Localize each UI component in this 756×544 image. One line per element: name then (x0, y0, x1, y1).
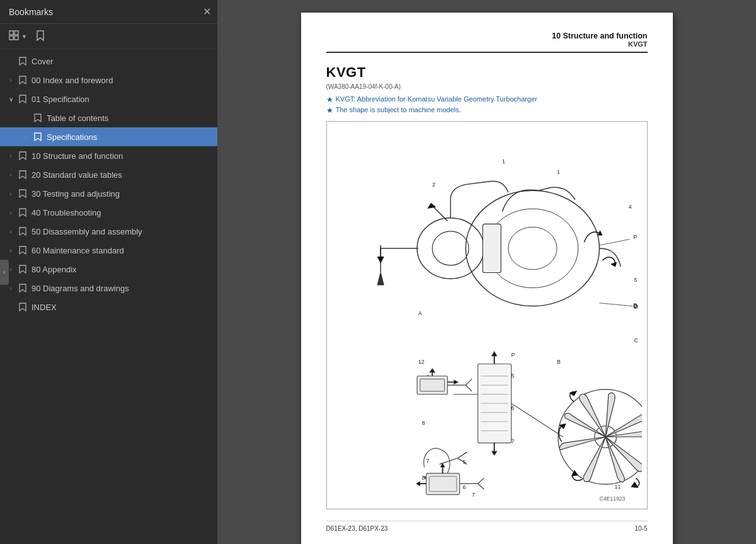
grid-view-button[interactable]: ▼ (6, 28, 30, 44)
svg-line-69 (439, 458, 457, 465)
bookmark-item-01-spec[interactable]: ∨ 01 Specification (0, 90, 217, 108)
bookmark-label: 80 Appendix (32, 265, 212, 274)
expand-icon: › (5, 153, 16, 159)
bookmark-icon (33, 132, 43, 141)
svg-line-66 (511, 403, 563, 437)
svg-marker-31 (377, 257, 384, 263)
sidebar-toolbar: ▼ (0, 24, 217, 49)
svg-text:P: P (633, 234, 637, 240)
expand-icon: › (20, 134, 32, 141)
bookmark-item-index[interactable]: INDEX (0, 298, 217, 316)
bookmark-label: 90 Diagrams and drawings (32, 284, 212, 293)
svg-line-12 (599, 239, 629, 245)
diagram-svg: 1 1 4 P 5 D C 2 A B 9 8 7 12 6 (332, 127, 642, 504)
bookmark-item-10-struct[interactable]: › 10 Structure and function (0, 146, 217, 165)
bookmark-label: 50 Disassembly and assembly (32, 227, 212, 236)
bookmark-label: Cover (32, 57, 212, 66)
svg-rect-2 (9, 36, 13, 40)
svg-marker-51 (491, 352, 496, 356)
page-header-title: 10 Structure and function (326, 32, 648, 40)
bullet-item-1: ★ KVGT: Abbreviation for Komatsu Variabl… (326, 95, 648, 104)
bookmark-list: Cover› 00 Index and foreword∨ 01 Specifi… (0, 49, 217, 544)
page-area: 10 Structure and function KVGT KVGT (WA3… (217, 0, 756, 544)
expand-icon: › (5, 77, 16, 84)
bookmark-icon (18, 284, 28, 292)
bookmark-label: 00 Index and foreword (32, 76, 212, 85)
svg-line-75 (478, 478, 484, 484)
bookmark-icon (18, 246, 28, 255)
expand-icon: › (5, 285, 16, 292)
svg-line-76 (478, 483, 484, 489)
bookmark-label: Table of contents (47, 113, 212, 123)
bookmark-item-80-appendix[interactable]: › 80 Appendix (0, 260, 217, 279)
page-header: 10 Structure and function KVGT (326, 32, 648, 53)
bullet-item-2: ★ The shape is subject to machine models… (326, 106, 648, 115)
bookmark-item-toc[interactable]: Table of contents (0, 108, 217, 127)
bookmark-label: 60 Maintenance standard (32, 246, 212, 255)
bookmark-item-90-diagrams[interactable]: › 90 Diagrams and drawings (0, 279, 217, 298)
bookmark-icon (18, 208, 28, 217)
diagram-box: 1 1 4 P 5 D C 2 A B 9 8 7 12 6 (326, 121, 648, 509)
page-header-sub: KVGT (326, 40, 648, 48)
svg-marker-30 (598, 231, 602, 235)
svg-rect-0 (9, 31, 13, 35)
svg-point-8 (432, 231, 469, 265)
svg-line-71 (457, 452, 466, 458)
bookmark-item-50-disassembly[interactable]: › 50 Disassembly and assembly (0, 222, 217, 241)
kvgt-model: (WA380-AA19-04f-K-00-A) (326, 83, 648, 90)
svg-marker-61 (570, 391, 576, 396)
svg-text:8: 8 (421, 420, 425, 426)
close-icon[interactable]: ✕ (203, 7, 211, 17)
bookmark-tool-button[interactable] (33, 28, 47, 45)
bookmark-icon (18, 189, 28, 198)
bookmark-item-60-maintenance[interactable]: › 60 Maintenance standard (0, 241, 217, 260)
svg-line-36 (466, 379, 472, 385)
svg-text:7: 7 (471, 492, 474, 498)
main-content: 10 Structure and function KVGT KVGT (WA3… (217, 0, 756, 544)
bookmark-icon (18, 95, 28, 103)
svg-marker-80 (416, 481, 420, 486)
bookmark-item-00-index[interactable]: › 00 Index and foreword (0, 71, 217, 90)
star-icon-2: ★ (326, 106, 333, 115)
svg-text:5: 5 (511, 373, 514, 379)
grid-icon (9, 30, 20, 42)
expand-icon: › (5, 190, 16, 197)
diagram-code: C4E11923 (599, 495, 625, 502)
footer-page: 10-5 (634, 525, 647, 532)
page-footer: D61EX-23, D61PX-23 10-5 (326, 521, 648, 532)
sidebar: Bookmarks ✕ ▼ Cover› (0, 0, 217, 544)
bookmark-icon (18, 227, 28, 236)
svg-marker-67 (610, 262, 616, 267)
expand-icon: › (5, 247, 16, 254)
svg-text:8: 8 (421, 475, 425, 481)
svg-rect-9 (483, 224, 501, 272)
kvgt-title: KVGT (326, 64, 648, 81)
doc-page: 10 Structure and function KVGT KVGT (WA3… (301, 13, 673, 544)
bookmark-icon (18, 303, 28, 311)
bookmark-label: Specifications (47, 132, 212, 142)
bookmark-icon (18, 57, 28, 66)
svg-text:2: 2 (432, 182, 435, 188)
bookmark-item-specs[interactable]: › Specifications (0, 127, 217, 146)
svg-text:1: 1 (556, 169, 559, 175)
svg-text:5: 5 (462, 459, 466, 465)
svg-rect-1 (14, 31, 18, 35)
svg-text:D: D (633, 303, 637, 309)
bookmark-icon (18, 265, 28, 274)
collapse-handle[interactable]: ‹ (0, 260, 9, 285)
svg-text:B: B (556, 359, 560, 365)
svg-marker-53 (491, 451, 496, 455)
sidebar-title: Bookmarks (9, 7, 53, 17)
bookmark-label: 30 Testing and adjusting (32, 189, 212, 199)
bookmark-item-20-std[interactable]: › 20 Standard value tables (0, 165, 217, 184)
bookmark-icon (18, 170, 28, 179)
bookmark-item-30-test[interactable]: › 30 Testing and adjusting (0, 184, 217, 203)
svg-text:7: 7 (511, 438, 514, 444)
footer-model: D61EX-23, D61PX-23 (326, 525, 388, 532)
bookmark-label: 01 Specification (32, 95, 212, 104)
svg-point-7 (417, 218, 484, 279)
svg-rect-3 (14, 36, 18, 40)
svg-marker-39 (430, 369, 435, 373)
bookmark-item-cover[interactable]: Cover (0, 52, 217, 71)
bookmark-item-40-trouble[interactable]: › 40 Troubleshooting (0, 203, 217, 222)
